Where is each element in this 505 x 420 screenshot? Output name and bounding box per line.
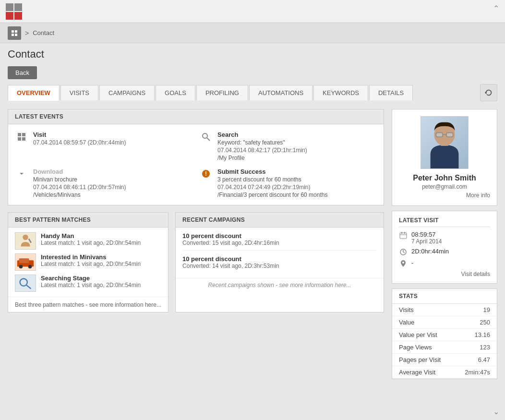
list-item: Handy Man Latest match: 1 visit ago, 2D:… <box>15 232 161 250</box>
stat-label: Pages per Visit <box>392 354 454 366</box>
svg-rect-28 <box>446 132 453 137</box>
tab-campaigns[interactable]: CAMPAIGNS <box>99 85 155 100</box>
event-download-time: 07.04.2014 08:46:11 (2D:0hr:57min) <box>33 184 126 191</box>
pattern-handy-match: Latest match: 1 visit ago, 2D:0hr:54min <box>41 240 141 246</box>
pattern-matches-header: BEST PATTERN MATCHES <box>8 213 168 228</box>
pattern-thumb-minivan <box>15 253 36 271</box>
visit-duration-row: 2D:0hr:44min <box>399 248 490 256</box>
calendar-icon <box>399 231 408 240</box>
event-search-time: 07.04.2014 08:42:17 (2D:1hr:1min) <box>217 147 307 154</box>
breadcrumb-bar: > Contact <box>0 23 505 43</box>
logo-cell-2 <box>14 3 22 11</box>
tab-details[interactable]: DETAILS <box>369 85 413 100</box>
avatar <box>421 116 469 169</box>
person-name: Peter John Smith <box>413 174 476 182</box>
svg-point-9 <box>203 133 207 138</box>
pattern-minivan-info: Interested in Minivans Latest match: 1 v… <box>41 253 141 267</box>
left-column: LATEST EVENTS Visit 07.04.2014 <box>8 109 384 379</box>
page-title: Contact <box>8 48 497 60</box>
visit-time-row: 08:59:57 7 April 2014 <box>399 231 490 245</box>
visit-location-text: - <box>411 259 413 266</box>
svg-rect-21 <box>15 275 36 291</box>
pattern-minivan-match: Latest match: 1 visit ago, 2D:0hr:54min <box>41 261 141 267</box>
right-column: Peter John Smith peter@gmail.com More in… <box>392 109 497 379</box>
list-item: Searching Stage Latest match: 1 visit ag… <box>15 275 161 292</box>
clock-icon <box>399 248 408 256</box>
stats-section: STATS Visits19Value250Value per Vist13.1… <box>392 288 497 379</box>
stat-label: Page Views <box>392 341 454 354</box>
svg-marker-4 <box>485 91 487 94</box>
more-info-link[interactable]: More info <box>466 192 490 199</box>
svg-rect-30 <box>400 233 407 239</box>
stat-label: Value per Vist <box>392 329 454 341</box>
visit-duration-text: 2D:0hr:44min <box>411 248 449 255</box>
visit-details-link[interactable]: Visit details <box>399 271 490 277</box>
actions-bar: Back <box>0 66 505 84</box>
stat-value: 250 <box>454 316 497 329</box>
visit-time-text: 08:59:57 <box>411 231 442 238</box>
list-item: 10 percent discount Converted: 15 visit … <box>182 232 377 251</box>
recent-campaigns-section: RECENT CAMPAIGNS 10 percent discount Con… <box>175 212 384 312</box>
tab-profiling[interactable]: PROFILING <box>196 85 248 100</box>
pattern-handy-name: Handy Man <box>41 232 141 240</box>
table-row: Visits19 <box>392 304 497 316</box>
campaign-converted-1: Converted: 15 visit ago, 2D:4hr:16min <box>182 240 377 246</box>
svg-rect-0 <box>12 30 14 33</box>
back-button[interactable]: Back <box>8 66 37 79</box>
table-row: Value per Vist13.16 <box>392 329 497 341</box>
home-icon[interactable] <box>8 26 21 40</box>
logo-cell-1 <box>6 3 13 11</box>
latest-events-header: LATEST EVENTS <box>8 109 384 124</box>
event-search: Search Keyword: "safety features" 07.04.… <box>199 131 377 161</box>
app-logo[interactable] <box>6 3 22 20</box>
person-email: peter@gmail.com <box>422 183 467 190</box>
visit-location-row: - <box>399 259 490 268</box>
svg-rect-27 <box>436 132 443 137</box>
event-submit-title: Submit Success <box>217 168 327 175</box>
bottom-sections: BEST PATTERN MATCHES <box>8 212 384 312</box>
list-item: Interested in Minivans Latest match: 1 v… <box>15 253 161 271</box>
event-download-detail: Minivan brochure <box>33 176 126 183</box>
event-search-content: Search Keyword: "safety features" 07.04.… <box>217 131 307 161</box>
search-icon <box>199 131 213 144</box>
pattern-minivan-name: Interested in Minivans <box>41 253 141 261</box>
latest-visit-title: LATEST VISIT <box>399 217 490 227</box>
logo-cell-3 <box>6 12 13 20</box>
scroll-up-button[interactable]: ⌃ <box>493 4 499 13</box>
tab-goals[interactable]: GOALS <box>156 85 195 100</box>
svg-line-10 <box>207 138 210 141</box>
svg-rect-2 <box>12 34 14 36</box>
visit-icon <box>15 131 28 144</box>
event-submit: ! Submit Success 3 percent discount for … <box>199 168 377 198</box>
stat-value: 19 <box>454 304 497 316</box>
campaign-more-link[interactable]: Recent campaigns shown - see more inform… <box>208 282 351 288</box>
event-download-content: Download Minivan brochure 07.04.2014 08:… <box>33 168 126 198</box>
stats-table: Visits19Value250Value per Vist13.16Page … <box>392 304 497 379</box>
pattern-thumb-search <box>15 275 36 292</box>
logo-cell-4 <box>14 12 22 20</box>
submit-icon: ! <box>199 168 213 181</box>
event-search-title: Search <box>217 131 307 138</box>
pattern-search-info: Searching Stage Latest match: 1 visit ag… <box>41 275 141 288</box>
tab-overview[interactable]: OVERVIEW <box>8 85 60 101</box>
event-visit-title: Visit <box>33 131 126 138</box>
pattern-more-link[interactable]: Best three pattern matches - see more in… <box>15 301 161 308</box>
svg-rect-18 <box>19 258 29 263</box>
svg-text:!: ! <box>205 170 207 177</box>
campaign-list: 10 percent discount Converted: 15 visit … <box>176 228 384 278</box>
table-row: Page Views123 <box>392 341 497 354</box>
pattern-more-link-container: Best three pattern matches - see more in… <box>8 297 168 312</box>
location-icon <box>399 259 408 268</box>
pattern-search-match: Latest match: 1 visit ago, 2D:0hr:54min <box>41 282 141 288</box>
refresh-button[interactable] <box>480 84 497 101</box>
stat-value: 13.16 <box>454 329 497 341</box>
main-layout: LATEST EVENTS Visit 07.04.2014 <box>0 101 505 387</box>
tab-automations[interactable]: AUTOMATIONS <box>249 85 313 100</box>
breadcrumb-separator: > <box>25 29 29 37</box>
event-download-path: /Vehicles/Minivans <box>33 192 126 198</box>
tab-keywords[interactable]: KEYWORDS <box>313 85 368 100</box>
tab-visits[interactable]: VISITS <box>60 85 98 100</box>
svg-rect-8 <box>22 137 25 141</box>
pattern-search-name: Searching Stage <box>41 275 141 282</box>
campaign-name-2: 10 percent discount <box>182 255 377 263</box>
